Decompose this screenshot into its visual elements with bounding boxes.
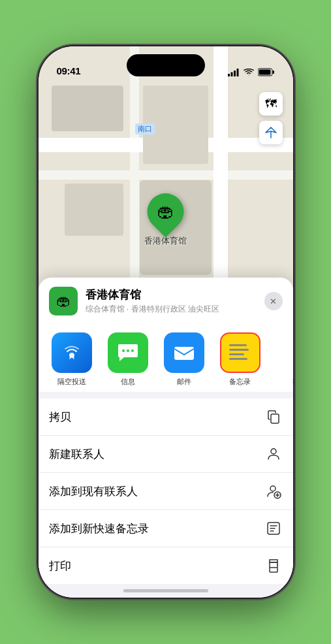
- mail-label: 邮件: [177, 377, 191, 387]
- status-icons: [228, 68, 275, 76]
- bottom-sheet: 🏟 香港体育馆 综合体育馆 · 香港特别行政区 油尖旺区 ✕: [39, 278, 293, 598]
- dynamic-island: [127, 54, 205, 76]
- notes-line-2: [229, 349, 249, 351]
- action-print-label: 打印: [49, 558, 71, 573]
- add-existing-contact-icon: [264, 482, 283, 500]
- notes-label: 备忘录: [229, 377, 251, 387]
- action-list: 拷贝 新建联系人: [39, 398, 293, 584]
- action-add-existing-contact[interactable]: 添加到现有联系人: [39, 473, 293, 510]
- action-quick-note[interactable]: 添加到新快速备忘录: [39, 510, 293, 547]
- action-add-existing-label: 添加到现有联系人: [49, 484, 138, 499]
- share-item-mail[interactable]: 邮件: [161, 332, 207, 387]
- action-quick-note-label: 添加到新快速备忘录: [49, 521, 149, 536]
- map-type-button[interactable]: 🗺: [259, 92, 283, 116]
- notes-line-1: [229, 344, 247, 346]
- map-label-nankou: 南口: [135, 123, 155, 135]
- share-item-messages[interactable]: 信息: [105, 332, 151, 387]
- svg-rect-1: [230, 72, 232, 76]
- location-button[interactable]: [259, 121, 283, 144]
- svg-point-9: [127, 349, 129, 352]
- svg-rect-5: [272, 71, 274, 74]
- stadium-pin[interactable]: 🏟 香港体育馆: [144, 193, 187, 247]
- venue-subtitle: 综合体育馆 · 香港特别行政区 油尖旺区: [86, 304, 264, 315]
- quick-note-icon: [264, 519, 283, 538]
- share-item-notes[interactable]: 备忘录: [217, 332, 263, 387]
- svg-point-10: [131, 349, 134, 352]
- airdrop-icon: [61, 342, 83, 364]
- action-print[interactable]: 打印: [39, 547, 293, 584]
- svg-rect-6: [259, 70, 270, 75]
- svg-rect-12: [271, 414, 279, 423]
- action-new-contact-label: 新建联系人: [49, 447, 104, 462]
- svg-rect-0: [228, 74, 230, 76]
- copy-icon: [264, 408, 283, 426]
- svg-rect-3: [236, 69, 238, 76]
- venue-name: 香港体育馆: [86, 287, 264, 302]
- notes-line-3: [229, 353, 245, 355]
- map-block: [52, 86, 123, 131]
- action-copy[interactable]: 拷贝: [39, 398, 293, 436]
- phone-screen: 09:41: [39, 46, 293, 598]
- map-type-icon: 🗺: [265, 97, 277, 111]
- status-time: 09:41: [57, 65, 81, 76]
- svg-point-13: [271, 449, 276, 454]
- airdrop-label: 隔空投送: [57, 377, 86, 387]
- location-icon: [265, 127, 277, 138]
- print-icon: [264, 556, 283, 575]
- share-row: 隔空投送 信息: [39, 322, 293, 392]
- more-icon-wrap: [276, 332, 293, 373]
- mail-icon: [172, 340, 197, 365]
- signal-icon: [228, 69, 240, 76]
- messages-label: 信息: [121, 377, 135, 387]
- svg-rect-17: [270, 568, 277, 572]
- map-block: [65, 184, 123, 236]
- action-copy-label: 拷贝: [49, 410, 71, 425]
- venue-icon: 🏟: [49, 287, 78, 315]
- notes-line-4: [229, 358, 248, 360]
- sheet-header: 🏟 香港体育馆 综合体育馆 · 香港特别行政区 油尖旺区 ✕: [39, 278, 293, 322]
- svg-point-8: [122, 349, 125, 352]
- more-label: 提: [292, 377, 293, 387]
- share-item-more[interactable]: 提: [274, 332, 293, 387]
- phone-frame: 09:41: [39, 46, 293, 598]
- map-controls: 🗺: [259, 92, 283, 150]
- messages-icon-wrap: [108, 332, 148, 373]
- new-contact-icon: [264, 445, 283, 463]
- close-button[interactable]: ✕: [264, 292, 283, 310]
- action-new-contact[interactable]: 新建联系人: [39, 436, 293, 473]
- map-road: [39, 170, 293, 180]
- pin-circle: 🏟: [140, 185, 191, 237]
- battery-icon: [258, 68, 275, 76]
- svg-point-14: [270, 486, 276, 491]
- mail-icon-wrap: [164, 332, 204, 373]
- airdrop-icon-wrap: [52, 332, 92, 373]
- svg-rect-2: [234, 71, 236, 76]
- notes-lines-icon: [225, 339, 255, 362]
- wifi-icon: [244, 69, 254, 76]
- svg-point-18: [277, 564, 278, 566]
- stadium-icon: 🏟: [157, 202, 174, 222]
- notes-icon-wrap: [220, 332, 260, 373]
- svg-rect-11: [174, 347, 194, 360]
- home-indicator: [123, 589, 208, 592]
- venue-info: 香港体育馆 综合体育馆 · 香港特别行政区 油尖旺区: [86, 287, 264, 315]
- share-item-airdrop[interactable]: 隔空投送: [49, 332, 95, 387]
- messages-icon: [116, 341, 140, 364]
